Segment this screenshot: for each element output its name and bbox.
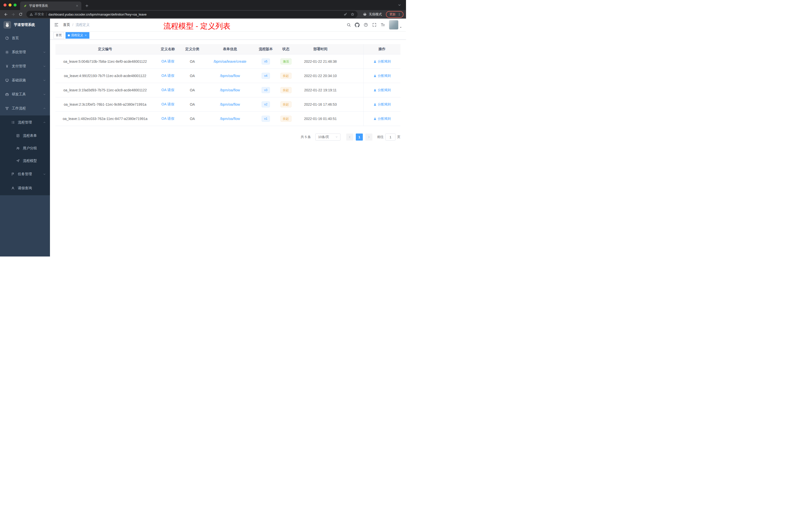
- assign-rule-link[interactable]: 分配规则: [373, 59, 391, 64]
- close-window-button[interactable]: [3, 3, 6, 6]
- minimize-window-button[interactable]: [8, 3, 11, 6]
- font-size-icon[interactable]: [380, 23, 385, 27]
- monitor-icon: [5, 78, 9, 82]
- form-icon: [16, 134, 20, 138]
- sidebar-item-process-form[interactable]: 流程表单: [0, 129, 50, 142]
- sidebar-item-process-management[interactable]: 流程管理: [0, 116, 50, 129]
- bookmark-star-icon[interactable]: [350, 12, 354, 16]
- sidebar-item-label: 流程表单: [23, 133, 46, 138]
- logo-avatar: [3, 21, 11, 29]
- browser-toolbar: 不安全 dashboard.yudao.iocoder.cn/bpm/manag…: [0, 10, 406, 19]
- browser-tab[interactable]: 芋道管理系统: [20, 1, 81, 10]
- incognito-badge: 无痕模式: [360, 12, 384, 17]
- hamburger-icon[interactable]: [54, 22, 59, 27]
- dashboard-icon: [5, 36, 9, 40]
- form-info-link[interactable]: /bpm/oa/leave/create: [214, 59, 246, 63]
- definition-name-link[interactable]: OA 请假: [162, 59, 174, 64]
- reload-button[interactable]: [17, 11, 24, 18]
- status-badge: 挂起: [281, 73, 291, 79]
- omnibox-divider: [46, 12, 47, 16]
- definition-category: OA: [181, 97, 204, 112]
- form-info-link[interactable]: /bpm/oa/flow: [220, 117, 240, 121]
- definition-name-link[interactable]: OA 请假: [162, 102, 174, 107]
- search-icon[interactable]: [346, 23, 351, 27]
- sidebar-item-label: 系统管理: [12, 50, 40, 55]
- table-row: oa_leave:1:482ec033-762a-11ec-8477-a2380…: [56, 112, 401, 126]
- sidebar-item-payment[interactable]: 支付管理: [0, 59, 50, 73]
- version-badge: v2: [262, 101, 270, 108]
- help-icon[interactable]: [363, 23, 368, 27]
- definition-name-link[interactable]: OA 请假: [162, 88, 174, 92]
- sidebar-item-label: 用户分组: [23, 146, 46, 151]
- assign-rule-link[interactable]: 分配规则: [373, 102, 391, 107]
- tag-close-icon[interactable]: [84, 34, 87, 37]
- back-button[interactable]: [2, 11, 9, 18]
- tag-process-definition[interactable]: 流程定义: [65, 32, 89, 39]
- sidebar-item-dev-tools[interactable]: 研发工具: [0, 87, 50, 101]
- sidebar-item-task-management[interactable]: 任务管理: [0, 167, 50, 181]
- deploy-time: 2022-01-22 19:19:11: [296, 83, 344, 97]
- toolbox-icon: [5, 92, 9, 96]
- browser-menu-icon[interactable]: [398, 12, 401, 16]
- definition-name-link[interactable]: OA 请假: [162, 117, 174, 121]
- assign-rule-link[interactable]: 分配规则: [373, 117, 391, 121]
- form-info-link[interactable]: /bpm/oa/flow: [220, 74, 240, 78]
- sidebar-item-process-model[interactable]: 流程模型: [0, 155, 50, 167]
- sidebar-logo[interactable]: 芋道管理系统: [0, 19, 50, 31]
- form-info-link[interactable]: /bpm/oa/flow: [220, 102, 240, 107]
- definition-id: oa_leave:3:1fad3d93-7b75-11ec-a3c8-acde4…: [56, 83, 155, 97]
- sidebar: 芋道管理系统 首页 系统管理 支付管理 基础设施 研发工具: [0, 19, 50, 256]
- saved-password-key-icon[interactable]: [344, 12, 348, 16]
- status-badge: 挂起: [281, 116, 291, 122]
- page-number-button[interactable]: 1: [356, 133, 363, 141]
- next-page-button[interactable]: [365, 133, 372, 141]
- column-header-status: 状态: [275, 44, 296, 54]
- sidebar-item-infrastructure[interactable]: 基础设施: [0, 73, 50, 87]
- table-row: oa_leave:3:1fad3d93-7b75-11ec-a3c8-acde4…: [56, 83, 401, 97]
- workflow-icon: [5, 107, 9, 111]
- assign-rule-link[interactable]: 分配规则: [373, 73, 391, 78]
- incognito-icon: [362, 12, 367, 17]
- address-bar[interactable]: 不安全 dashboard.yudao.iocoder.cn/bpm/manag…: [26, 11, 357, 18]
- sidebar-item-leave-query[interactable]: 请假查询: [0, 181, 50, 195]
- tab-search-icon[interactable]: [397, 2, 402, 7]
- form-info-link[interactable]: /bpm/oa/flow: [220, 88, 240, 92]
- chevron-down-icon: [43, 65, 46, 68]
- yen-icon: [5, 64, 9, 68]
- tab-close-icon[interactable]: [75, 3, 79, 8]
- url-text[interactable]: dashboard.yudao.iocoder.cn/bpm/manager/d…: [49, 12, 342, 16]
- fullscreen-icon[interactable]: [372, 23, 377, 27]
- user-menu[interactable]: [389, 20, 402, 30]
- page-size-select[interactable]: 10条/页: [315, 133, 341, 141]
- avatar[interactable]: [389, 20, 399, 30]
- prev-page-button[interactable]: [346, 133, 353, 141]
- annotation-title: 流程模型 - 定义列表: [164, 22, 231, 30]
- tags-view: 首页 流程定义: [50, 31, 406, 40]
- github-icon[interactable]: [355, 23, 359, 27]
- sidebar-item-label: 工作流程: [12, 106, 40, 111]
- deploy-time: 2022-01-16 17:46:53: [296, 97, 344, 112]
- definition-name-link[interactable]: OA 请假: [162, 73, 174, 78]
- chevron-down-icon: [43, 173, 46, 176]
- goto-page-input[interactable]: [385, 133, 396, 141]
- user-group-icon: [16, 146, 20, 150]
- assign-rule-link[interactable]: 分配规则: [373, 88, 391, 92]
- sidebar-item-user-group[interactable]: 用户分组: [0, 142, 50, 155]
- zoom-window-button[interactable]: [13, 3, 17, 6]
- breadcrumb-home[interactable]: 首页: [63, 23, 70, 27]
- security-chip[interactable]: 不安全: [29, 12, 44, 17]
- sidebar-item-system[interactable]: 系统管理: [0, 45, 50, 59]
- sidebar-item-home[interactable]: 首页: [0, 31, 50, 45]
- update-label: 更新: [389, 12, 396, 17]
- sidebar-item-workflow[interactable]: 工作流程: [0, 101, 50, 116]
- chevron-down-icon: [43, 79, 46, 82]
- column-header-definition-id: 定义编号: [56, 44, 155, 54]
- tag-home[interactable]: 首页: [54, 32, 64, 39]
- chrome-update-chip[interactable]: 更新: [386, 11, 404, 18]
- caret-down-icon: [400, 26, 402, 29]
- forward-button[interactable]: [10, 11, 17, 18]
- traffic-lights: [0, 0, 20, 10]
- table-row: oa_leave:5:004b710b-7b8a-11ec-8ef0-acde4…: [56, 55, 401, 69]
- page-content: 定义编号 定义名称 定义分类 表单信息 流程版本 状态 部署时间 操作 oa_l…: [50, 40, 406, 256]
- new-tab-button[interactable]: [83, 2, 90, 9]
